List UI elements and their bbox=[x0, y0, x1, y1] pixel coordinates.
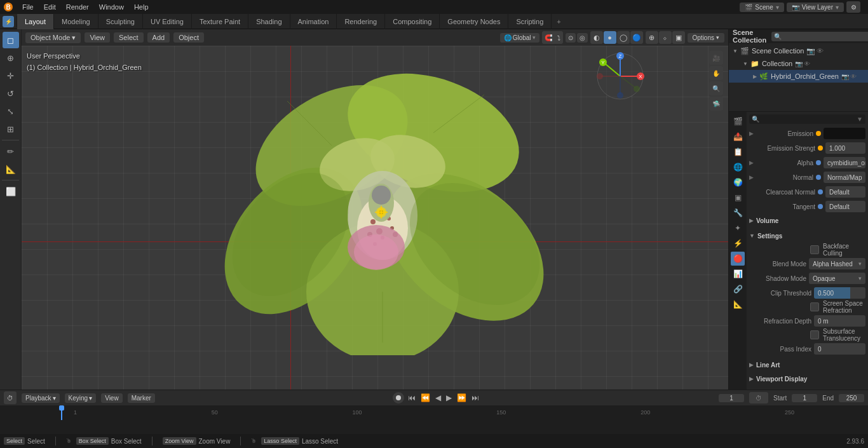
scene-selector[interactable]: 🎬Scene▾ bbox=[740, 3, 783, 12]
object-menu[interactable]: Object bbox=[173, 32, 204, 43]
transform-orientation[interactable]: 🌐 Global ▾ bbox=[500, 33, 539, 43]
modifier-props-icon[interactable]: 🔧 bbox=[731, 206, 745, 220]
playback-dropdown[interactable]: Playback▾ bbox=[22, 393, 60, 403]
menu-edit[interactable]: Edit bbox=[39, 2, 60, 12]
timeline-view-dropdown[interactable]: View bbox=[101, 393, 123, 403]
subsurface-translucency-checkbox[interactable] bbox=[810, 330, 819, 339]
step-forward-btn[interactable]: ⏩ bbox=[456, 392, 468, 404]
data-props-icon[interactable]: 📊 bbox=[731, 267, 745, 281]
shading-btn[interactable]: ◐ bbox=[590, 31, 603, 44]
normal-arrow[interactable]: ▶ bbox=[749, 174, 754, 180]
object-mode-dropdown[interactable]: Object Mode▾ bbox=[25, 32, 81, 43]
transform-tool-icon[interactable]: ⊞ bbox=[3, 121, 19, 137]
output-props-icon[interactable]: 📤 bbox=[731, 130, 745, 144]
tab-geometry-nodes[interactable]: Geometry Nodes bbox=[440, 14, 508, 29]
shadow-mode-dropdown[interactable]: Opaque ▾ bbox=[809, 273, 865, 284]
gizmo-btn[interactable]: ⊕ bbox=[646, 31, 658, 44]
pass-index-value[interactable]: 0 bbox=[814, 343, 865, 355]
outliner-search-input[interactable] bbox=[782, 32, 867, 41]
restrict-render-icon[interactable]: 📷 bbox=[795, 60, 803, 67]
alpha-arrow[interactable]: ▶ bbox=[749, 160, 754, 166]
add-workspace-button[interactable]: + bbox=[552, 18, 566, 25]
navigation-gizmo[interactable]: X Y Z bbox=[595, 51, 646, 102]
select-tool-icon[interactable]: ◻ bbox=[3, 32, 19, 48]
render-props-icon[interactable]: 🎬 bbox=[731, 114, 745, 128]
snap-controls[interactable]: 🧲 ⤵ bbox=[542, 31, 563, 44]
volume-arrow[interactable]: ▶ bbox=[749, 217, 754, 224]
physics-props-icon[interactable]: ⚡ bbox=[731, 236, 745, 250]
tangent-value[interactable]: Default bbox=[825, 201, 865, 212]
tab-uv-editing[interactable]: UV Editing bbox=[143, 14, 192, 29]
tab-sculpting[interactable]: Sculpting bbox=[98, 14, 143, 29]
particles-props-icon[interactable]: ✦ bbox=[731, 221, 745, 235]
play-btn[interactable]: ▶ bbox=[445, 392, 453, 404]
tab-layout[interactable]: Layout bbox=[17, 14, 54, 29]
solid-view-btn[interactable]: ● bbox=[604, 31, 616, 44]
jump-start-btn[interactable]: ⏮ bbox=[407, 392, 417, 404]
jump-end-btn[interactable]: ⏭ bbox=[470, 392, 480, 404]
step-back-btn[interactable]: ⏪ bbox=[419, 392, 431, 404]
tab-compositing[interactable]: Compositing bbox=[385, 14, 440, 29]
menu-window[interactable]: Window bbox=[95, 2, 128, 12]
line-art-section-header[interactable]: ▶ Line Art bbox=[749, 358, 865, 371]
reverse-play-btn[interactable]: ◀ bbox=[434, 392, 442, 404]
alpha-dot[interactable] bbox=[816, 160, 821, 165]
object-props-icon[interactable]: ▣ bbox=[731, 191, 745, 205]
tab-scripting[interactable]: Scripting bbox=[508, 14, 552, 29]
viewport-canvas[interactable]: User Perspective (1) Collection | Hybrid… bbox=[22, 46, 728, 390]
outliner-scene-collection[interactable]: ▼ 🎬 Scene Collection 📷 👁 bbox=[729, 44, 868, 57]
render-btn[interactable]: 🔵 bbox=[630, 31, 643, 44]
world-props-icon[interactable]: 🌍 bbox=[731, 175, 745, 189]
current-frame-input[interactable]: 1 bbox=[719, 394, 744, 402]
properties-search-input[interactable] bbox=[761, 116, 857, 123]
wireframe-btn[interactable]: ◯ bbox=[617, 31, 630, 44]
view-menu[interactable]: View bbox=[85, 32, 110, 43]
menu-render[interactable]: Render bbox=[62, 2, 93, 12]
orchid-object[interactable] bbox=[192, 50, 573, 355]
object-data-icon[interactable]: 📐 bbox=[731, 297, 745, 311]
move-tool-icon[interactable]: ✛ bbox=[3, 67, 19, 84]
add-cube-icon[interactable]: ⬜ bbox=[3, 183, 19, 200]
viewport-display-section-header[interactable]: ▶ Viewport Display bbox=[749, 372, 865, 385]
settings-icon[interactable]: ⚙ bbox=[846, 1, 860, 13]
normal-dot[interactable] bbox=[816, 175, 821, 180]
emission-arrow[interactable]: ▶ bbox=[749, 130, 754, 137]
outliner-search-box[interactable]: 🔍 bbox=[771, 32, 868, 41]
blend-mode-dropdown[interactable]: Alpha Hashed ▾ bbox=[809, 258, 865, 269]
timeline-type-icon[interactable]: ⏱ bbox=[4, 391, 17, 404]
screen-space-refraction-checkbox[interactable] bbox=[810, 302, 819, 311]
outliner-object[interactable]: ▶ 🌿 Hybrid_Orchid_Green 📷 👁 bbox=[729, 70, 868, 83]
settings-header[interactable]: ▼ Settings bbox=[749, 229, 865, 242]
settings-arrow[interactable]: ▼ bbox=[749, 233, 755, 239]
backface-culling-checkbox[interactable] bbox=[810, 245, 819, 254]
emission-dot[interactable] bbox=[816, 131, 821, 136]
tangent-dot[interactable] bbox=[818, 204, 823, 209]
clearcoat-value[interactable]: Default bbox=[825, 186, 865, 198]
emission-strength-dot[interactable] bbox=[818, 146, 823, 151]
emission-strength-value[interactable]: 1.000 bbox=[825, 142, 865, 154]
material-props-icon[interactable]: 🔴 bbox=[731, 252, 745, 266]
constraint-props-icon[interactable]: 🔗 bbox=[731, 282, 745, 296]
view-layer-selector[interactable]: 📷View Layer▾ bbox=[787, 3, 844, 12]
menu-help[interactable]: Help bbox=[130, 2, 153, 12]
keying-dropdown[interactable]: Keying▾ bbox=[65, 393, 97, 403]
camera-view-btn[interactable]: 🎥 bbox=[709, 51, 723, 65]
emission-color-value[interactable] bbox=[824, 128, 865, 139]
object-view-icon[interactable]: 👁 bbox=[850, 73, 857, 80]
end-frame-input[interactable]: 250 bbox=[839, 394, 864, 402]
normal-value[interactable]: Normal/Map bbox=[824, 172, 865, 183]
zoom-in-btn[interactable]: 🔍 bbox=[709, 81, 723, 95]
tab-texture-paint[interactable]: Texture Paint bbox=[192, 14, 248, 29]
measure-tool-icon[interactable]: 📐 bbox=[3, 161, 19, 177]
timeline-track[interactable] bbox=[0, 420, 868, 435]
refraction-depth-value[interactable]: 0 m bbox=[814, 315, 865, 327]
restrict-view-icon[interactable]: 👁 bbox=[804, 60, 810, 67]
clearcoat-dot[interactable] bbox=[818, 189, 823, 194]
object-arrow[interactable]: ▶ bbox=[753, 74, 757, 79]
viewport-display-arrow[interactable]: ▶ bbox=[749, 376, 754, 382]
timecode-icon[interactable]: ⏱ bbox=[749, 392, 768, 404]
pan-tool-btn[interactable]: ✋ bbox=[709, 66, 723, 80]
options-btn[interactable]: Options▾ bbox=[688, 33, 724, 43]
object-render-icon[interactable]: 📷 bbox=[841, 73, 849, 80]
overlay-btn[interactable]: ⬦ bbox=[659, 31, 672, 44]
